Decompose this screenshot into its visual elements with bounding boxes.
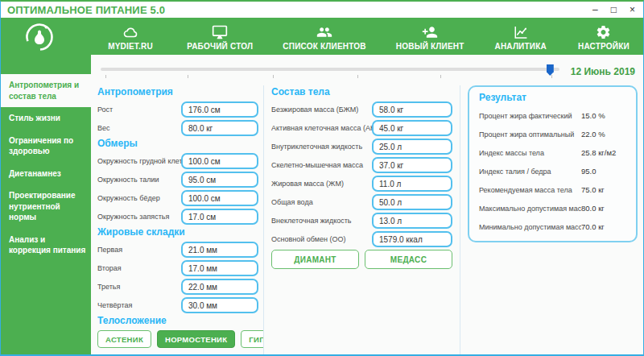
section-title-results: Результат: [479, 93, 626, 103]
field-label: Окружность грудной клетки: [97, 157, 181, 165]
form-row: Окружность запястья: [97, 209, 258, 225]
skinfold-2-input[interactable]: [181, 260, 258, 276]
sidebar-item-lifestyle[interactable]: Стиль жизни: [1, 107, 91, 130]
field-label: Общая вода: [271, 198, 372, 206]
form-row: Вторая: [97, 260, 258, 276]
wrist-girth-input[interactable]: [181, 209, 258, 225]
form-row: Безжировая масса (БЖМ): [271, 101, 452, 118]
slider-tick: [105, 75, 106, 78]
nav-item-desktop[interactable]: РАБОЧИЙ СТОЛ: [187, 23, 253, 51]
form-row: Жировая масса (ЖМ): [271, 176, 452, 192]
form-row: Скелетно-мышечная масса: [271, 157, 452, 173]
medass-button[interactable]: МЕДАСС: [365, 250, 452, 269]
slider-tick: [357, 75, 358, 78]
form-row: Первая: [97, 242, 258, 258]
intracellular-fluid-input[interactable]: [372, 139, 452, 155]
sidebar-item-diet-history[interactable]: Диетанамнез: [1, 163, 91, 185]
gear-icon: [595, 23, 612, 40]
results-panel: Результат Процент жира фактический 15.0 …: [468, 85, 638, 242]
skinfold-3-input[interactable]: [181, 279, 258, 295]
basal-metabolism-input[interactable]: [372, 231, 452, 247]
result-label: Процент жира фактический: [479, 112, 581, 120]
form-row: Рост: [97, 101, 258, 118]
result-label: Минимально допустимая масса тела: [479, 223, 581, 231]
field-label: Вес: [97, 124, 181, 132]
skinfold-1-input[interactable]: [181, 242, 258, 258]
field-label: Рост: [97, 106, 181, 114]
field-label: Жировая масса (ЖМ): [271, 180, 372, 188]
section-title-body-composition: Состав тела: [271, 87, 452, 97]
fat-mass-input[interactable]: [372, 176, 452, 192]
active-cell-mass-input[interactable]: [372, 120, 452, 136]
slider-tick: [440, 75, 441, 78]
timeline-row: 12 Июнь 2019: [101, 63, 635, 81]
slider-handle[interactable]: [547, 64, 554, 76]
result-row: Индекс талия / бедра 95.0: [479, 167, 626, 176]
result-label: Максимально допустимая масса тела: [479, 205, 581, 213]
title-bar: ОПТИМАЛЬНОЕ ПИТАНИЕ 5.0 – □ ×: [1, 2, 643, 18]
sidebar-item-health-restrictions[interactable]: Ограничения по здоровью: [1, 130, 91, 163]
result-row: Процент жира фактический 15.0 %: [479, 111, 626, 120]
field-label: Окружность бёдер: [97, 194, 181, 202]
normosthenic-button[interactable]: НОРМОСТЕНИК: [157, 330, 235, 348]
sidebar-item-nutrition-analysis[interactable]: Анализ и коррекция питания: [1, 229, 91, 262]
nav-item-analytics[interactable]: АНАЛИТИКА: [494, 23, 547, 51]
date-slider[interactable]: [101, 64, 559, 80]
diamant-button[interactable]: ДИАМАНТ: [271, 250, 359, 269]
field-label: Окружность запястья: [97, 213, 181, 221]
anthropometry-column: Антропометрия Рост Вес Обмеры Окружность…: [97, 85, 263, 354]
section-title-girths: Обмеры: [97, 139, 258, 149]
body-composition-column: Состав тела Безжировая масса (БЖМ) Актив…: [264, 85, 460, 354]
field-label: Вторая: [97, 264, 181, 272]
window-controls: – □ ×: [592, 5, 635, 14]
field-label: Внутриклеточная жидкость: [271, 143, 372, 151]
hypersthenic-button[interactable]: ГИПЕРСТЕНИК: [241, 330, 263, 348]
lean-mass-input[interactable]: [372, 101, 452, 118]
sidebar: Антропометрия и состав тела Стиль жизни …: [1, 55, 91, 354]
field-label: Окружность талии: [97, 176, 181, 184]
nav-item-mydiet[interactable]: MYDIET.RU: [104, 23, 157, 51]
result-row: Минимально допустимая масса тела 70.0 кг: [479, 222, 626, 231]
skeletal-muscle-mass-input[interactable]: [372, 157, 452, 173]
nav-items: MYDIET.RU РАБОЧИЙ СТОЛ СПИСОК КЛИЕНТОВ: [104, 23, 643, 51]
result-row: Процент жира оптимальный 22.0 %: [479, 130, 626, 139]
weight-input[interactable]: [181, 120, 258, 136]
app-title: ОПТИМАЛЬНОЕ ПИТАНИЕ 5.0: [7, 4, 592, 16]
field-label: Четвёртая: [97, 301, 181, 309]
skinfold-4-input[interactable]: [181, 297, 258, 313]
result-row: Рекомендуемая масса тела 75.0 кг: [479, 185, 626, 194]
slider-tick: [551, 75, 552, 78]
sidebar-item-nutrient-norm[interactable]: Проектирование нутриентной нормы: [1, 184, 91, 229]
maximize-button[interactable]: □: [611, 5, 617, 14]
section-title-skinfolds: Жировые складки: [97, 227, 258, 238]
body-type-buttons: АСТЕНИК НОРМОСТЕНИК ГИПЕРСТЕНИК: [97, 330, 258, 348]
slider-tick: [188, 75, 188, 78]
height-input[interactable]: [181, 101, 258, 118]
hip-girth-input[interactable]: [181, 190, 258, 206]
result-value: 25.8 кг/м2: [581, 148, 626, 157]
field-label: Первая: [97, 246, 181, 254]
nav-item-new-client[interactable]: НОВЫЙ КЛИЕНТ: [396, 23, 464, 51]
minimize-button[interactable]: –: [592, 5, 598, 14]
monitor-icon: [211, 23, 229, 40]
nav-item-settings[interactable]: НАСТРОЙКИ: [577, 23, 630, 51]
sidebar-item-anthropometry[interactable]: Антропометрия и состав тела: [1, 74, 91, 107]
total-water-input[interactable]: [372, 194, 452, 210]
form-row: Внеклеточная жидкость: [271, 213, 452, 229]
result-value: 95.0: [581, 167, 626, 176]
extracellular-fluid-input[interactable]: [372, 213, 452, 229]
chest-girth-input[interactable]: [181, 153, 258, 169]
app-window: ОПТИМАЛЬНОЕ ПИТАНИЕ 5.0 – □ × MYDIET.: [0, 0, 644, 356]
close-button[interactable]: ×: [630, 5, 635, 14]
slider-track[interactable]: [101, 68, 559, 71]
waist-girth-input[interactable]: [181, 172, 258, 188]
section-title-anthropometry: Антропометрия: [97, 87, 258, 97]
form-row: Внутриклеточная жидкость: [271, 139, 452, 155]
nav-label: НОВЫЙ КЛИЕНТ: [396, 42, 464, 51]
asthenic-button[interactable]: АСТЕНИК: [97, 330, 151, 348]
nav-item-client-list[interactable]: СПИСОК КЛИЕНТОВ: [283, 23, 365, 51]
form-row: Третья: [97, 279, 258, 295]
result-row: Максимально допустимая масса тела 80.0 к…: [479, 204, 626, 213]
field-label: Третья: [97, 283, 181, 291]
main-nav: MYDIET.RU РАБОЧИЙ СТОЛ СПИСОК КЛИЕНТОВ: [1, 18, 643, 55]
